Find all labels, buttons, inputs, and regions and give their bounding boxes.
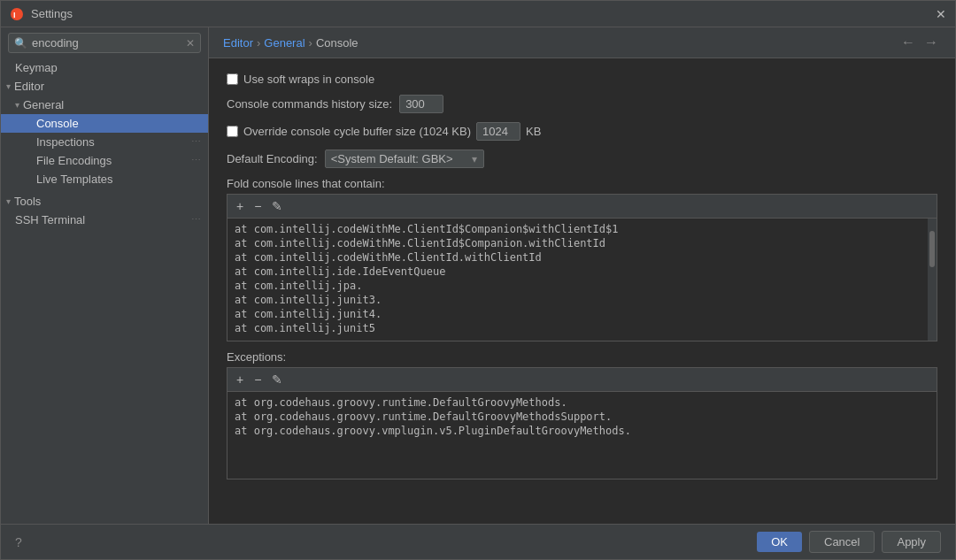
sidebar-item-file-encodings[interactable]: File Encodings ⋯ <box>1 151 208 170</box>
fold-remove-button[interactable]: − <box>251 198 265 214</box>
fold-section: Fold console lines that contain: <box>227 177 937 190</box>
breadcrumb-bar: Editor › General › Console ← → <box>209 27 955 58</box>
content-area: Editor › General › Console ← → Use soft … <box>209 27 955 524</box>
settings-window: I Settings ✕ 🔍 ✕ Keymap ▾ Editor ▾ <box>0 0 956 560</box>
override-row: Override console cycle buffer size (1024… <box>227 122 937 141</box>
soft-wrap-checkbox[interactable] <box>227 73 238 85</box>
back-arrow[interactable]: ← <box>898 35 918 50</box>
override-input[interactable] <box>476 122 520 141</box>
ok-button[interactable]: OK <box>757 532 802 552</box>
exceptions-list: at org.codehaus.groovy.runtime.DefaultGr… <box>227 391 937 479</box>
history-label: Console commands history size: <box>227 97 392 111</box>
history-input[interactable] <box>399 95 443 113</box>
console-label: Console <box>36 117 79 130</box>
soft-wrap-row: Use soft wraps in console <box>227 73 937 86</box>
list-item: at com.intellij.codeWithMe.ClientId.with… <box>227 250 937 265</box>
editor-label: Editor <box>14 80 44 93</box>
inspections-icon: ⋯ <box>191 136 201 148</box>
list-item: at com.intellij.ide.IdeEventQueue <box>227 265 937 279</box>
keymap-label: Keymap <box>15 61 58 74</box>
exc-edit-button[interactable]: ✎ <box>268 372 286 387</box>
list-item: at org.codehaus.groovy.runtime.DefaultGr… <box>227 395 937 410</box>
sidebar-item-tools[interactable]: ▾ Tools <box>1 192 208 211</box>
ssh-terminal-icon: ⋯ <box>191 214 201 226</box>
sidebar: 🔍 ✕ Keymap ▾ Editor ▾ General Console In… <box>1 27 209 524</box>
settings-content: Use soft wraps in console Console comman… <box>209 58 955 524</box>
tools-label: Tools <box>14 195 41 208</box>
footer-right: OK Cancel Apply <box>757 531 941 553</box>
soft-wrap-label: Use soft wraps in console <box>243 73 374 86</box>
fold-scrollbar-thumb <box>929 231 935 267</box>
breadcrumb-console: Console <box>316 36 358 50</box>
help-icon[interactable]: ? <box>15 535 22 549</box>
apply-button[interactable]: Apply <box>882 531 941 553</box>
list-item: at com.intellij.jpa. <box>227 279 937 293</box>
list-item: at org.codehaus.groovy.vmplugin.v5.Plugi… <box>227 424 937 438</box>
window-title: Settings <box>31 7 73 20</box>
general-label: General <box>23 98 64 111</box>
file-encodings-label: File Encodings <box>36 154 112 167</box>
exceptions-section: Exceptions: <box>227 350 937 364</box>
exc-remove-button[interactable]: − <box>251 372 265 387</box>
sidebar-item-editor[interactable]: ▾ Editor <box>1 77 208 96</box>
close-button[interactable]: ✕ <box>936 7 946 21</box>
breadcrumb-general[interactable]: General <box>264 36 305 50</box>
search-icon: 🔍 <box>14 37 27 50</box>
exceptions-label: Exceptions: <box>227 350 286 364</box>
exc-add-button[interactable]: + <box>233 372 247 387</box>
list-item: at com.intellij.junit5 <box>227 321 937 335</box>
clear-search-icon[interactable]: ✕ <box>186 37 195 50</box>
encoding-label: Default Encoding: <box>227 152 318 165</box>
search-box: 🔍 ✕ <box>8 33 201 53</box>
main-area: 🔍 ✕ Keymap ▾ Editor ▾ General Console In… <box>1 27 955 524</box>
encoding-select[interactable]: <System Default: GBK> UTF-8 ISO-8859-1 G… <box>325 150 484 168</box>
fold-scrollbar[interactable] <box>928 219 937 341</box>
breadcrumb-sep2: › <box>309 36 312 50</box>
breadcrumb-sep1: › <box>257 36 260 50</box>
sidebar-item-console[interactable]: Console <box>1 114 208 133</box>
list-item: at org.codehaus.groovy.runtime.DefaultGr… <box>227 410 937 424</box>
footer-left: ? <box>15 535 22 549</box>
breadcrumb: Editor › General › Console <box>223 36 358 50</box>
fold-label: Fold console lines that contain: <box>227 177 385 190</box>
sidebar-item-keymap[interactable]: Keymap <box>1 58 208 77</box>
live-templates-label: Live Templates <box>36 173 112 186</box>
forward-arrow[interactable]: → <box>921 35 941 50</box>
kb-label: KB <box>526 125 541 138</box>
override-checkbox[interactable] <box>227 126 238 137</box>
cancel-button[interactable]: Cancel <box>809 531 875 553</box>
list-item: at com.intellij.codeWithMe.ClientId$Comp… <box>227 222 937 236</box>
tools-arrow: ▾ <box>6 196 11 206</box>
file-encodings-icon: ⋯ <box>191 155 201 166</box>
general-arrow: ▾ <box>15 100 19 110</box>
fold-add-button[interactable]: + <box>233 198 247 214</box>
titlebar: I Settings ✕ <box>1 1 955 27</box>
nav-arrows: ← → <box>898 35 941 50</box>
ssh-terminal-label: SSH Terminal <box>15 213 85 226</box>
list-item: at com.intellij.junit3. <box>227 293 937 307</box>
exceptions-toolbar: + − ✎ <box>227 367 937 391</box>
sidebar-item-live-templates[interactable]: Live Templates <box>1 170 208 188</box>
app-icon: I <box>10 7 24 21</box>
encoding-dropdown-wrapper: <System Default: GBK> UTF-8 ISO-8859-1 G… <box>325 150 484 168</box>
editor-arrow: ▾ <box>6 81 11 91</box>
list-item: at com.intellij.codeWithMe.ClientId$Comp… <box>227 236 937 250</box>
sidebar-item-general[interactable]: ▾ General <box>1 96 208 114</box>
encoding-row: Default Encoding: <System Default: GBK> … <box>227 150 937 168</box>
fold-toolbar: + − ✎ <box>227 194 937 218</box>
footer: ? OK Cancel Apply <box>1 524 955 559</box>
inspections-label: Inspections <box>36 135 95 149</box>
search-input[interactable] <box>32 36 181 50</box>
history-row: Console commands history size: <box>227 95 937 113</box>
fold-edit-button[interactable]: ✎ <box>268 198 286 214</box>
breadcrumb-editor[interactable]: Editor <box>223 36 253 50</box>
list-item: at com.intellij.junit4. <box>227 307 937 321</box>
fold-list: at com.intellij.codeWithMe.ClientId$Comp… <box>227 218 937 341</box>
sidebar-item-ssh-terminal[interactable]: SSH Terminal ⋯ <box>1 211 208 229</box>
sidebar-item-inspections[interactable]: Inspections ⋯ <box>1 133 208 151</box>
svg-text:I: I <box>13 11 16 19</box>
override-label: Override console cycle buffer size (1024… <box>243 125 471 138</box>
